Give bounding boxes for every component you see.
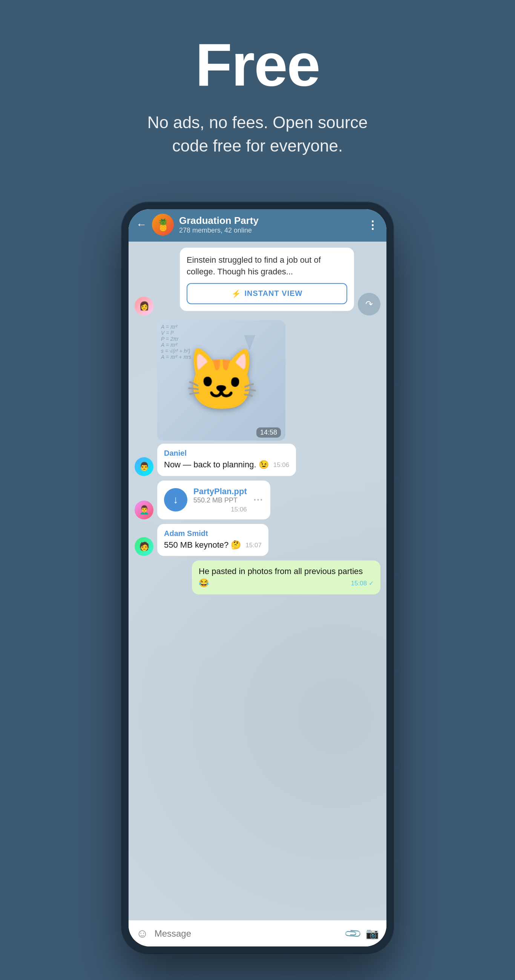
- sticker-row: A = πr² V = l³ P = 2πr A = πr² s = √(r² …: [135, 320, 380, 441]
- hero-subtitle: No ads, no fees. Open source code free f…: [147, 111, 368, 157]
- message-bubble-me: He pasted in photos from all previous pa…: [192, 560, 380, 594]
- back-button[interactable]: ←: [136, 219, 147, 231]
- phone-mockup: ← 🍍 Graduation Party 278 members, 42 onl…: [122, 202, 393, 953]
- download-icon: ↓: [173, 494, 178, 506]
- message-text-adam: 550 MB keynote? 🤔 15:07: [164, 539, 261, 551]
- file-info: PartyPlan.ppt 550.2 MB PPT 15:06: [193, 487, 247, 513]
- sender-name-daniel: Daniel: [164, 449, 289, 458]
- file-message-row: 👨‍🦱 ↓ PartyPlan.ppt 550.2 MB PPT 15:06 ⋯: [135, 480, 380, 519]
- file-bubble: ↓ PartyPlan.ppt 550.2 MB PPT 15:06 ⋯: [157, 480, 270, 519]
- cat-sticker: 🐱: [183, 345, 259, 416]
- message-time-me: 15:08 ✓: [351, 579, 374, 588]
- chat-members: 278 members, 42 online: [179, 226, 362, 234]
- sender-avatar-alex: 👨‍🦱: [135, 501, 153, 519]
- file-size: 550.2 MB PPT: [193, 496, 247, 504]
- file-download-button[interactable]: ↓: [164, 488, 187, 511]
- sender-name-adam: Adam Smidt: [164, 529, 261, 538]
- more-menu-button[interactable]: ⋮: [367, 218, 379, 231]
- camera-button[interactable]: 📷: [366, 927, 379, 940]
- message-text-daniel: Now — back to planning. 😉 15:06: [164, 459, 289, 471]
- message-row: 👨 Daniel Now — back to planning. 😉 15:06: [135, 444, 380, 476]
- attach-button[interactable]: 📎: [343, 924, 362, 943]
- message-row-me: He pasted in photos from all previous pa…: [135, 560, 380, 594]
- instant-view-button[interactable]: ⚡ INSTANT VIEW: [187, 283, 347, 304]
- chat-name[interactable]: Graduation Party: [179, 215, 362, 226]
- phone-inner: ← 🍍 Graduation Party 278 members, 42 onl…: [129, 209, 386, 947]
- input-bar: ☺ 📎 📷: [129, 920, 386, 947]
- hero-title: Free: [195, 30, 320, 100]
- sticker-message: A = πr² V = l³ P = 2πr A = πr² s = √(r² …: [157, 320, 285, 441]
- chat-body: 👩 Einstein struggled to find a job out o…: [129, 242, 386, 920]
- message-bubble-adam: Adam Smidt 550 MB keynote? 🤔 15:07: [157, 524, 268, 556]
- instant-view-label: INSTANT VIEW: [245, 289, 303, 298]
- sender-avatar-adam: 🧑: [135, 537, 153, 556]
- sender-avatar-daniel: 👨: [135, 457, 153, 476]
- instant-view-row: 👩 Einstein struggled to find a job out o…: [135, 248, 380, 315]
- instant-view-text: Einstein struggled to find a job out of …: [187, 255, 347, 278]
- hero-section: Free No ads, no fees. Open source code f…: [0, 0, 515, 180]
- file-more-button[interactable]: ⋯: [253, 494, 263, 506]
- share-icon: ↷: [365, 299, 373, 309]
- phone-outer: ← 🍍 Graduation Party 278 members, 42 onl…: [122, 202, 393, 953]
- lightning-icon: ⚡: [231, 289, 241, 298]
- message-time-daniel: 15:06: [273, 461, 290, 469]
- message-text-me: He pasted in photos from all previous pa…: [199, 566, 374, 589]
- message-input[interactable]: [155, 928, 340, 939]
- instant-view-card: Einstein struggled to find a job out of …: [180, 248, 354, 311]
- group-avatar-emoji: 🍍: [156, 218, 170, 231]
- emoji-button[interactable]: ☺: [136, 926, 148, 940]
- file-name: PartyPlan.ppt: [193, 487, 247, 496]
- hero-subtitle-line1: No ads, no fees. Open source: [147, 113, 368, 132]
- read-checkmark: ✓: [369, 580, 374, 587]
- share-button[interactable]: ↷: [358, 293, 380, 315]
- message-bubble-daniel: Daniel Now — back to planning. 😉 15:06: [157, 444, 296, 476]
- message-time-adam: 15:07: [246, 541, 261, 550]
- sender-avatar-female: 👩: [135, 297, 153, 315]
- file-time: 15:06: [231, 506, 247, 513]
- group-avatar: 🍍: [152, 214, 174, 235]
- chat-header: ← 🍍 Graduation Party 278 members, 42 onl…: [129, 209, 386, 242]
- message-row-adam: 🧑 Adam Smidt 550 MB keynote? 🤔 15:07: [135, 524, 380, 556]
- chat-info: Graduation Party 278 members, 42 online: [179, 215, 362, 234]
- hero-subtitle-line2: code free for everyone.: [172, 137, 343, 155]
- sticker-timestamp: 14:58: [257, 428, 281, 438]
